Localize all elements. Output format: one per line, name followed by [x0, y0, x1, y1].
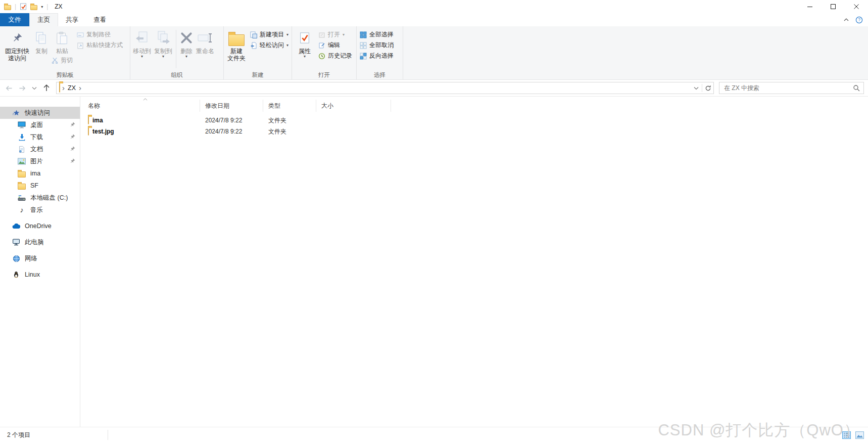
file-date: 2024/7/8 9:22 — [200, 117, 263, 124]
pushpin-icon[interactable] — [70, 122, 75, 127]
status-bar: 2 个项目 — [0, 427, 868, 443]
column-header-name[interactable]: 名称 — [83, 100, 200, 112]
item-count: 2 个项目 — [0, 431, 30, 439]
open-caret-icon: ▾ — [343, 33, 345, 36]
sidebar-item-pictures[interactable]: 图片 — [0, 155, 80, 167]
paste-button[interactable]: 粘贴 — [54, 28, 70, 55]
status-divider — [108, 430, 108, 440]
easy-access-button[interactable]: 轻松访问 ▾ — [248, 40, 291, 51]
new-folder-qat-icon[interactable] — [30, 5, 37, 10]
pushpin-icon[interactable] — [70, 146, 75, 152]
picture-icon — [18, 157, 26, 165]
maximize-button[interactable] — [822, 0, 845, 13]
select-group-label: 选择 — [357, 71, 403, 79]
file-type: 文件夹 — [263, 116, 316, 125]
document-icon — [18, 145, 26, 153]
file-type: 文件夹 — [263, 127, 316, 136]
move-to-button[interactable]: 移动到 ▾ — [131, 28, 153, 59]
rename-button[interactable]: 重命名 — [195, 28, 216, 55]
back-arrow-icon[interactable] — [2, 82, 16, 94]
cut-button[interactable]: 剪切 — [50, 55, 75, 66]
new-item-button[interactable]: 新建项目 ▾ — [248, 29, 291, 40]
new-folder-button[interactable]: 新建文件夹 — [225, 28, 248, 62]
breadcrumb-chevron-icon[interactable]: › — [60, 83, 67, 93]
column-header-type[interactable]: 类型 — [263, 100, 316, 112]
copy-path-button[interactable]: 复制路径 — [75, 29, 125, 40]
pushpin-icon[interactable] — [70, 158, 75, 164]
column-header-date[interactable]: 修改日期 — [200, 100, 263, 112]
recent-locations-caret-icon[interactable] — [29, 82, 39, 94]
search-magnifier-icon[interactable] — [853, 84, 860, 92]
properties-button[interactable]: 属性 ▾ — [293, 28, 316, 59]
sidebar-item-this-pc[interactable]: 此电脑 — [0, 236, 80, 248]
ribbon-collapse-icon[interactable] — [843, 18, 849, 22]
tab-home[interactable]: 主页 — [29, 13, 58, 26]
pushpin-icon[interactable] — [70, 134, 75, 140]
sidebar-item-c-drive[interactable]: 本地磁盘 (C:) — [0, 192, 80, 204]
rename-icon — [197, 28, 213, 48]
tab-file[interactable]: 文件 — [0, 13, 29, 26]
close-button[interactable] — [845, 0, 868, 13]
sidebar-item-onedrive[interactable]: OneDrive — [0, 220, 80, 232]
sidebar-item-linux[interactable]: Linux — [0, 269, 80, 281]
details-view-icon[interactable] — [841, 430, 852, 440]
qat-dropdown-caret-icon[interactable]: ▾ — [41, 5, 43, 9]
folder-icon — [88, 117, 89, 124]
sidebar-item-sf[interactable]: SF — [0, 180, 80, 192]
breadcrumb-chevron-icon[interactable]: › — [77, 83, 83, 93]
history-button[interactable]: 历史记录 — [316, 51, 354, 61]
paste-icon — [56, 28, 69, 48]
new-item-caret-icon: ▾ — [286, 33, 288, 36]
desktop-monitor-icon — [18, 121, 26, 129]
organize-group-label: 组织 — [130, 71, 223, 79]
sidebar-item-documents[interactable]: 文档 — [0, 143, 80, 155]
column-header-size[interactable]: 大小 — [316, 100, 391, 112]
folder-icon — [18, 182, 26, 190]
titlebar: | ▾ | ZX — [0, 0, 868, 13]
sidebar-item-quick-access[interactable]: 快速访问 — [0, 107, 80, 119]
address-dropdown-caret-icon[interactable] — [691, 82, 702, 94]
open-button[interactable]: 打开 ▾ — [316, 29, 354, 40]
file-name: test.jpg — [92, 128, 114, 135]
select-none-button[interactable]: 全部取消 — [358, 40, 396, 51]
up-arrow-icon[interactable] — [39, 82, 53, 94]
sort-ascending-icon — [142, 98, 148, 101]
new-group-label: 新建 — [224, 71, 292, 79]
address-folder-icon — [57, 83, 60, 93]
tab-view[interactable]: 查看 — [86, 13, 114, 26]
file-date: 2024/7/8 9:22 — [200, 128, 263, 135]
refresh-icon[interactable] — [702, 82, 713, 94]
file-row-test-jpg[interactable]: test.jpg 2024/7/8 9:22 文件夹 — [83, 126, 391, 137]
forward-arrow-icon[interactable] — [16, 82, 29, 94]
invert-selection-button[interactable]: 反向选择 — [358, 51, 396, 61]
edit-button[interactable]: 编辑 — [316, 40, 354, 51]
linux-penguin-icon — [12, 271, 20, 279]
search-input[interactable] — [723, 84, 850, 92]
address-bar[interactable]: › ZX › — [56, 82, 714, 94]
pin-to-quick-access-button[interactable]: 固定到快速访问 — [1, 28, 33, 62]
ribbon-group-select: 全部选择 全部取消 反向选择 选择 — [357, 26, 403, 79]
sidebar-item-desktop[interactable]: 桌面 — [0, 119, 80, 131]
search-box[interactable] — [719, 82, 864, 94]
window-title: ZX — [55, 3, 62, 10]
file-row-ima[interactable]: ima 2024/7/8 9:22 文件夹 — [83, 115, 391, 126]
open-icon — [318, 31, 325, 38]
copy-to-button[interactable]: 复制到 ▾ — [153, 28, 174, 59]
paste-shortcut-button[interactable]: 粘贴快捷方式 — [75, 40, 125, 51]
breadcrumb-segment[interactable]: ZX — [67, 84, 77, 92]
sidebar-item-music[interactable]: ♪ 音乐 — [0, 204, 80, 216]
help-icon[interactable]: ? — [855, 16, 863, 24]
thumbnail-view-icon[interactable] — [854, 430, 865, 440]
file-list-pane: 名称 修改日期 类型 大小 ima 2024/7/8 9:22 文件夹 — [81, 97, 868, 427]
sidebar-item-network[interactable]: 网络 — [0, 252, 80, 264]
properties-check-icon[interactable] — [20, 3, 27, 10]
delete-button[interactable]: 删除 ▾ — [178, 28, 195, 59]
sidebar-item-downloads[interactable]: 下载 — [0, 131, 80, 143]
sidebar-item-ima[interactable]: ima — [0, 167, 80, 180]
tab-share[interactable]: 共享 — [58, 13, 86, 26]
select-all-button[interactable]: 全部选择 — [358, 29, 396, 40]
copy-icon — [35, 28, 48, 48]
quick-access-toolbar: | ▾ | ZX — [0, 3, 63, 10]
copy-button[interactable]: 复制 — [33, 28, 50, 55]
minimize-button[interactable] — [798, 0, 822, 13]
